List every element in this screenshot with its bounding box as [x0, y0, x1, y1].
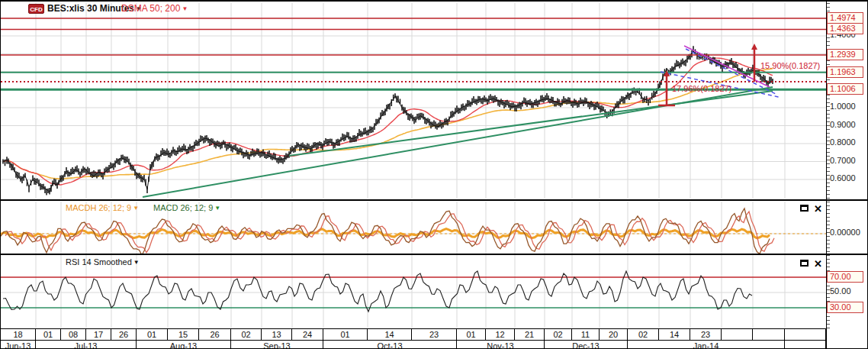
day-tick: 26 — [111, 329, 137, 340]
macd-line — [1, 208, 770, 255]
month-label — [785, 341, 826, 349]
day-tick — [753, 329, 785, 340]
trendline-4[interactable] — [684, 46, 770, 87]
rsi-indicator-dropdown[interactable]: RSI 14 Smoothed▼ — [66, 257, 140, 267]
macd-zero-label: 0.00000 — [830, 228, 866, 237]
trendline-1[interactable] — [289, 91, 773, 156]
day-tick: 13 — [262, 329, 292, 340]
day-tick: 23 — [690, 329, 722, 340]
day-tick: 02 — [545, 329, 572, 340]
month-label: Jan-14 — [628, 341, 785, 349]
rsi-indicator-label: RSI 14 Smoothed — [66, 257, 132, 267]
price-tick-0.6000: 0.6000 — [830, 173, 866, 183]
month-label: Aug-13 — [137, 341, 231, 349]
day-tick — [722, 329, 753, 340]
month-label: Jul-13 — [36, 341, 137, 349]
chart-canvas[interactable] — [1, 2, 826, 328]
chevron-down-icon: ▼ — [133, 259, 140, 266]
dsma-indicator-dropdown[interactable]: DSMA 50; 200▼ — [121, 3, 188, 14]
macdh-indicator-dropdown[interactable]: MACDH 26; 12; 9▼ — [66, 203, 139, 212]
plot-area: CFD BES:xlis 30 Minutes▼ DSMA 50; 200▼ M… — [1, 2, 826, 349]
macd-indicator-dropdown[interactable]: MACD 26; 12; 9▼ — [153, 203, 220, 212]
day-tick: 02 — [231, 329, 262, 340]
month-label: Sep-13 — [231, 341, 323, 349]
rsi-maximize-icon[interactable] — [800, 260, 809, 267]
price-level-box-1.1963[interactable]: 1.1963 — [827, 66, 863, 78]
price-tick-0.7000: 0.7000 — [830, 156, 866, 165]
chart-window: CFD BES:xlis 30 Minutes▼ DSMA 50; 200▼ M… — [0, 0, 868, 349]
day-tick — [785, 329, 826, 340]
dsma-50-line — [3, 58, 773, 185]
price-panel[interactable] — [1, 3, 826, 199]
day-tick: 17 — [86, 329, 111, 340]
dsma-indicator-label: DSMA 50; 200 — [121, 3, 180, 14]
day-tick: 11 — [572, 329, 600, 340]
rsi-tick-50.00: 50.00 — [830, 286, 866, 296]
macd-maximize-icon[interactable] — [800, 205, 809, 212]
panel-divider — [1, 254, 868, 255]
price-tick-0.8000: 0.8000 — [830, 137, 866, 147]
day-tick: 23 — [412, 329, 457, 340]
month-label: Dec-13 — [545, 341, 628, 349]
rsi-close-icon[interactable]: ✕ — [814, 260, 824, 268]
month-label: Nov-13 — [457, 341, 545, 349]
day-tick: 01 — [36, 329, 61, 340]
day-tick: 01 — [323, 329, 368, 340]
price-tick-0.9000: 0.9000 — [830, 120, 866, 129]
day-tick: 01 — [457, 329, 486, 340]
day-tick: 12 — [486, 329, 515, 340]
month-label: Jun-13 — [1, 341, 36, 349]
date-axis-days: 1801081726011526021324011423011221021120… — [1, 329, 826, 340]
chevron-down-icon: ▼ — [133, 205, 139, 212]
price-level-box-1.4363[interactable]: 1.4363 — [827, 23, 863, 34]
percent-annotation-0: 17.96%(0.1827) — [672, 84, 731, 93]
day-tick: 02 — [628, 329, 659, 340]
day-tick: 08 — [61, 329, 86, 340]
day-tick: 15 — [168, 329, 199, 340]
chevron-down-icon: ▼ — [214, 205, 220, 212]
date-axis-months: Jun-13Jul-13Aug-13Sep-13Oct-13Nov-13Dec-… — [1, 340, 826, 349]
date-axis: 1801081726011526021324011423011221021120… — [1, 328, 826, 349]
instrument-type-badge: CFD — [28, 4, 44, 14]
day-tick: 26 — [199, 329, 231, 340]
panel-divider — [1, 199, 868, 201]
macd-close-icon[interactable]: ✕ — [814, 205, 824, 213]
rsi-tick-70.00[interactable]: 70.00 — [827, 271, 863, 283]
day-tick: 21 — [515, 329, 545, 340]
arrowhead-icon — [751, 44, 757, 50]
day-tick: 18 — [1, 329, 36, 340]
day-tick: 20 — [600, 329, 628, 340]
price-level-box-1.1006[interactable]: 1.1006 — [827, 83, 863, 95]
chevron-down-icon: ▼ — [182, 5, 188, 12]
macdh-indicator-label: MACDH 26; 12; 9 — [66, 203, 131, 212]
month-label: Oct-13 — [323, 341, 457, 349]
price-tick-1.0000: 1.0000 — [830, 102, 866, 111]
price-level-box-1.4974[interactable]: 1.4974 — [827, 12, 863, 24]
macd-indicator-label: MACD 26; 12; 9 — [153, 203, 213, 212]
day-tick: 01 — [137, 329, 168, 340]
price-level-box-1.2939[interactable]: 1.2939 — [827, 49, 863, 60]
day-tick: 14 — [659, 329, 690, 340]
day-tick: 24 — [292, 329, 323, 340]
percent-annotation-1: 15.90%(0.1827) — [760, 61, 820, 70]
rsi-tick-30.00[interactable]: 30.00 — [827, 302, 863, 313]
candlesticks — [3, 46, 773, 195]
day-tick: 14 — [368, 329, 412, 340]
chart-title-row: CFD BES:xlis 30 Minutes▼ DSMA 50; 200▼ — [1, 3, 825, 15]
